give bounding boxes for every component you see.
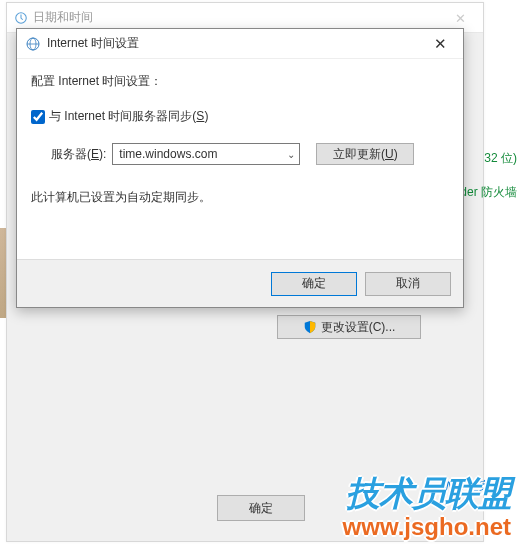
chevron-down-icon: ⌄ bbox=[287, 149, 295, 160]
server-label: 服务器(E): bbox=[51, 146, 106, 163]
background-text-bits: 32 位) bbox=[484, 150, 517, 167]
child-title: Internet 时间设置 bbox=[47, 35, 139, 52]
sync-checkbox-row: 与 Internet 时间服务器同步(S) bbox=[31, 108, 449, 125]
server-combobox[interactable]: time.windows.com ⌄ bbox=[112, 143, 300, 165]
ok-label: 确定 bbox=[302, 275, 326, 292]
parent-ok-button[interactable]: 确定 bbox=[217, 495, 305, 521]
cancel-label: 取消 bbox=[396, 275, 420, 292]
update-now-button[interactable]: 立即更新(U) bbox=[316, 143, 414, 165]
child-titlebar: Internet 时间设置 ✕ bbox=[17, 29, 463, 59]
clock-settings-icon bbox=[13, 10, 29, 26]
child-footer: 确定 取消 bbox=[17, 259, 463, 307]
globe-clock-icon bbox=[25, 36, 41, 52]
server-row: 服务器(E): time.windows.com ⌄ 立即更新(U) bbox=[51, 143, 449, 165]
parent-ok-label: 确定 bbox=[249, 500, 273, 517]
shield-icon bbox=[303, 320, 317, 334]
sync-checkbox-label: 与 Internet 时间服务器同步(S) bbox=[49, 108, 208, 125]
parent-title: 日期和时间 bbox=[33, 9, 93, 26]
cancel-button[interactable]: 取消 bbox=[365, 272, 451, 296]
config-description: 配置 Internet 时间设置： bbox=[31, 73, 449, 90]
child-body: 配置 Internet 时间设置： 与 Internet 时间服务器同步(S) … bbox=[17, 59, 463, 216]
ok-button[interactable]: 确定 bbox=[271, 272, 357, 296]
server-value: time.windows.com bbox=[119, 147, 217, 161]
sync-status-text: 此计算机已设置为自动定期同步。 bbox=[31, 189, 449, 206]
watermark-url: www.jsgho.net bbox=[343, 513, 511, 541]
watermark-alliance: 技术员联盟 bbox=[346, 471, 511, 517]
change-settings-button[interactable]: 更改设置(C)... bbox=[277, 315, 421, 339]
sync-checkbox[interactable] bbox=[31, 110, 45, 124]
internet-time-settings-dialog: Internet 时间设置 ✕ 配置 Internet 时间设置： 与 Inte… bbox=[16, 28, 464, 308]
child-close-button[interactable]: ✕ bbox=[418, 29, 463, 59]
change-settings-label: 更改设置(C)... bbox=[321, 319, 396, 336]
